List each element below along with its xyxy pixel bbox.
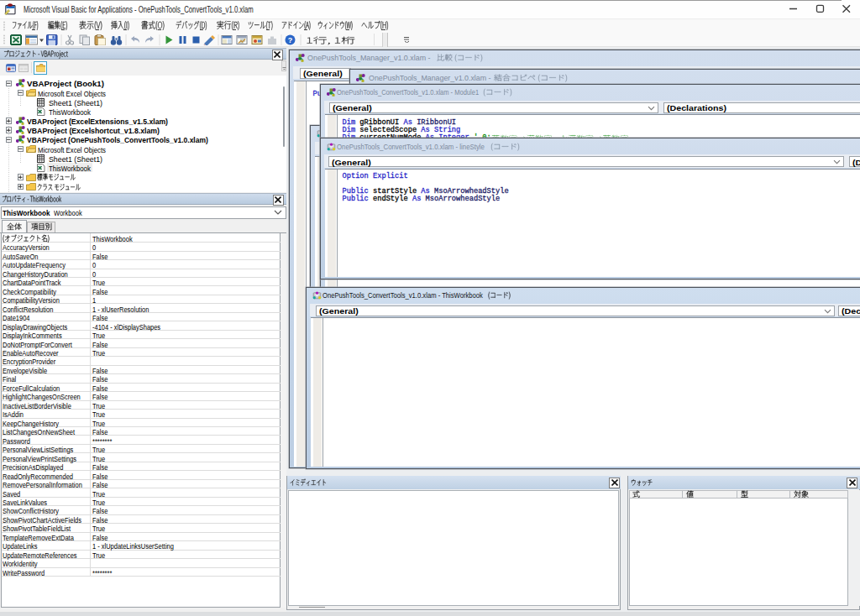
svg-text:?: ? <box>288 36 293 44</box>
